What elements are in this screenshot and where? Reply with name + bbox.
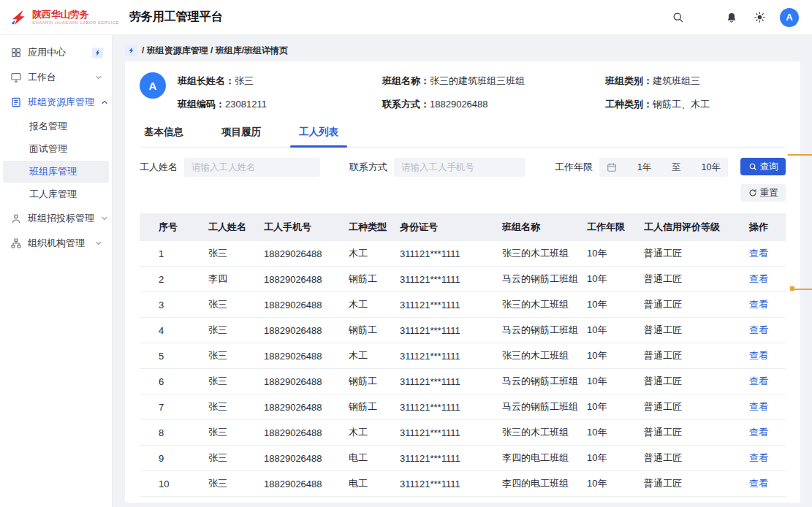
- app-window: 陕西华山劳务 SHAANXI HUASHAN LABOR SERVICE 劳务用…: [0, 0, 812, 507]
- sidebar-subitem-signup-mgmt[interactable]: 报名管理: [3, 115, 109, 137]
- table-cell: 张三: [204, 241, 259, 267]
- view-link[interactable]: 查看: [749, 248, 768, 259]
- search-button[interactable]: 查询: [740, 158, 786, 175]
- notification-bell-icon[interactable]: [724, 10, 739, 25]
- tab-project-history[interactable]: 项目履历: [219, 123, 264, 147]
- page-title: 劳务用工管理平台: [129, 9, 223, 25]
- chevron-down-icon: [94, 73, 103, 82]
- table-cell: 10年: [583, 267, 640, 292]
- table-cell: 木工: [344, 292, 395, 318]
- work-years-range-picker[interactable]: 1年 至 10年: [599, 158, 728, 177]
- col-header: 操作: [745, 213, 786, 241]
- col-header: 身份证号: [395, 213, 498, 241]
- years-to-value: 10年: [702, 161, 721, 174]
- worker-phone-input[interactable]: [394, 158, 525, 177]
- table-cell: 10年: [583, 369, 640, 394]
- theme-icon[interactable]: [752, 10, 767, 25]
- sidebar-subitem-label: 班组库管理: [29, 165, 77, 178]
- sidebar-item-label: 班组资源库管理: [28, 96, 94, 109]
- table-cell: 木工: [344, 420, 395, 446]
- table-cell: 18829026488: [259, 267, 344, 292]
- reset-button[interactable]: 重置: [740, 184, 786, 202]
- table-cell: 2: [140, 267, 204, 292]
- table-cell: 张三: [204, 318, 259, 343]
- sidebar-item-label: 工作台: [28, 71, 88, 84]
- chevron-down-icon: [94, 239, 103, 248]
- table-cell: 5: [140, 343, 204, 369]
- table-cell: 18829026488: [259, 343, 344, 369]
- refresh-icon: [748, 188, 757, 197]
- field-team-name: 班组名称：张三的建筑班组三班组: [382, 75, 605, 88]
- search-icon[interactable]: [670, 10, 685, 25]
- annotation-marker: [792, 289, 812, 290]
- sidebar-subitem-team-library-mgmt[interactable]: 班组库管理: [3, 161, 109, 183]
- col-header: 工人信用评价等级: [640, 213, 745, 241]
- view-link[interactable]: 查看: [749, 350, 768, 361]
- view-link[interactable]: 查看: [749, 452, 768, 463]
- table-cell: 木工: [344, 343, 395, 369]
- sidebar-item-label: 组织机构管理: [28, 237, 88, 250]
- view-link[interactable]: 查看: [749, 324, 768, 335]
- table-cell: 1: [140, 241, 204, 267]
- table-cell: 10年: [583, 446, 640, 471]
- table-cell: 311121***1111: [395, 343, 498, 369]
- table-cell: 10年: [583, 420, 640, 446]
- table-cell: 钢筋工: [344, 318, 395, 343]
- view-link[interactable]: 查看: [749, 427, 768, 438]
- sidebar-item-org-mgmt[interactable]: 组织机构管理: [3, 232, 109, 255]
- table-cell: 张三: [204, 343, 259, 369]
- table-cell: 张三: [204, 369, 259, 394]
- sidebar-subitem-label: 报名管理: [29, 120, 67, 133]
- table-cell: 3: [140, 292, 204, 318]
- table-cell: 马云的钢筋工班组: [498, 318, 583, 343]
- view-link[interactable]: 查看: [749, 478, 768, 489]
- sidebar-item-app-center[interactable]: 应用中心: [3, 41, 109, 64]
- field-team-category: 班组类别：建筑班组三: [605, 75, 786, 88]
- field-leader-name: 班组长姓名：张三: [178, 75, 382, 88]
- table-cell-action: 查看: [745, 420, 786, 446]
- table-cell: 李四: [204, 267, 259, 292]
- view-link[interactable]: 查看: [749, 299, 768, 310]
- table-cell: 马云的钢筋工班组: [498, 267, 583, 292]
- table-cell: 普通工匠: [640, 318, 745, 343]
- view-link[interactable]: 查看: [749, 401, 768, 412]
- table-cell: 普通工匠: [640, 420, 745, 446]
- brand-name: 陕西华山劳务: [32, 9, 119, 20]
- table-cell: 8: [140, 420, 204, 446]
- monitor-icon: [10, 72, 22, 83]
- breadcrumb-path: / 班组资源库管理 / 班组库/班组详情页: [142, 45, 288, 57]
- table-cell: 6: [140, 369, 204, 394]
- sidebar-subitem-label: 面试管理: [29, 142, 67, 156]
- table-row: 7张三18829026488钢筋工311121***1111马云的钢筋工班组10…: [140, 394, 786, 420]
- person-icon: [10, 213, 22, 224]
- sidebar-subitem-interview-mgmt[interactable]: 面试管理: [3, 138, 109, 160]
- table-cell-action: 查看: [745, 446, 786, 471]
- table-cell: 张三: [204, 394, 259, 420]
- tab-basic-info[interactable]: 基本信息: [141, 123, 186, 147]
- table-cell-action: 查看: [745, 369, 786, 394]
- sidebar-item-workbench[interactable]: 工作台: [3, 66, 109, 89]
- table-cell: 张三: [204, 420, 259, 446]
- view-link[interactable]: 查看: [749, 376, 768, 386]
- table-cell: 张三: [204, 446, 259, 471]
- annotation-marker: [788, 154, 812, 156]
- table-cell: 4: [140, 318, 204, 343]
- table-cell: 普通工匠: [640, 369, 745, 394]
- sidebar-item-bidding-mgmt[interactable]: 班组招投标管理: [3, 207, 109, 230]
- worker-table-body: 1张三18829026488木工311121***1111张三的木工班组10年普…: [140, 241, 786, 497]
- tab-worker-list[interactable]: 工人列表: [296, 123, 341, 147]
- sidebar-subitem-worker-library-mgmt[interactable]: 工人库管理: [3, 183, 109, 205]
- table-cell: 电工: [344, 446, 395, 471]
- user-avatar[interactable]: A: [780, 8, 799, 27]
- table-row: 2李四18829026488钢筋工311121***1111马云的钢筋工班组10…: [140, 267, 786, 292]
- table-header: 序号 工人姓名 工人手机号 工种类型 身份证号 班组名称 工作年限 工人信用评价…: [140, 213, 786, 241]
- view-link[interactable]: 查看: [749, 273, 768, 284]
- table-cell: 311121***1111: [395, 471, 498, 497]
- table-cell: 张三的木工班组: [498, 343, 583, 369]
- table-cell: 马云的钢筋工班组: [498, 369, 583, 394]
- sidebar-item-team-resource-mgmt[interactable]: 班组资源库管理: [3, 91, 109, 114]
- table-cell: 马云的钢筋工班组: [498, 394, 583, 420]
- contact-label: 联系方式: [349, 161, 387, 174]
- table-row: 4张三18829026488钢筋工311121***1111马云的钢筋工班组10…: [140, 318, 786, 343]
- worker-name-input[interactable]: [184, 158, 320, 177]
